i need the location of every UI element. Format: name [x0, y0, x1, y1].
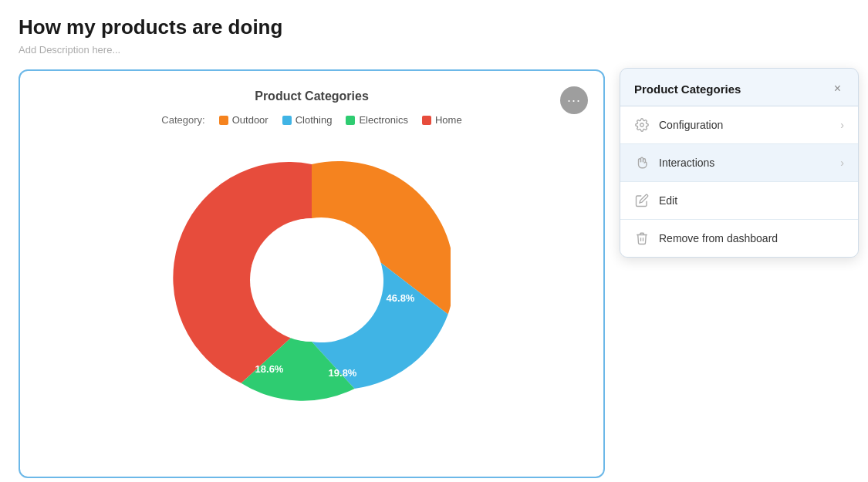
legend-label-electronics: Electronics [359, 114, 408, 126]
chevron-right-icon-interactions: › [840, 157, 844, 169]
label-electronics: 18.6% [255, 363, 284, 375]
donut-chart-container: 46.8% 19.8% 18.6% 14.8% [39, 141, 585, 419]
dropdown-close-button[interactable]: × [831, 81, 844, 96]
dropdown-label-edit: Edit [659, 194, 677, 207]
label-home: 14.8% [252, 261, 280, 273]
page-title: How my products are doing [19, 15, 849, 39]
dropdown-label-interactions: Interactions [659, 157, 714, 169]
hand-icon [634, 155, 650, 170]
page-subtitle: Add Description here... [19, 44, 849, 56]
donut-chart: 46.8% 19.8% 18.6% 14.8% [173, 141, 451, 419]
label-outdoor: 46.8% [387, 292, 415, 304]
label-clothing: 19.8% [329, 367, 357, 379]
dropdown-item-edit[interactable]: Edit [620, 182, 858, 220]
donut-hole [250, 218, 373, 342]
chevron-right-icon: › [840, 119, 844, 131]
dropdown-label-configuration: Configuration [659, 119, 723, 131]
dropdown-title: Product Categories [634, 83, 741, 96]
legend-label-outdoor: Outdoor [232, 114, 269, 126]
dropdown-label-remove: Remove from dashboard [659, 232, 778, 244]
dropdown-item-remove[interactable]: Remove from dashboard [620, 220, 858, 257]
svg-point-0 [640, 123, 644, 127]
legend-label-home: Home [435, 114, 462, 126]
card-title: Product Categories [39, 89, 585, 103]
gear-icon [634, 117, 650, 133]
chart-legend: Category: Outdoor Clothing Electronics H… [39, 114, 585, 126]
pencil-icon [634, 193, 650, 208]
product-categories-card: Product Categories ··· Category: Outdoor… [19, 69, 605, 478]
legend-item-clothing: Clothing [282, 114, 333, 126]
more-options-button[interactable]: ··· [560, 86, 588, 114]
legend-label-clothing: Clothing [296, 114, 333, 126]
legend-dot-home [422, 116, 431, 125]
dropdown-item-interactions[interactable]: Interactions › [620, 144, 858, 182]
dropdown-menu: Product Categories × Configuration › [620, 68, 859, 258]
legend-dot-electronics [346, 116, 355, 125]
legend-item-electronics: Electronics [346, 114, 408, 126]
legend-item-home: Home [422, 114, 462, 126]
legend-dot-clothing [282, 116, 292, 125]
legend-dot-outdoor [219, 116, 228, 125]
dropdown-header: Product Categories × [620, 69, 858, 106]
legend-item-outdoor: Outdoor [219, 114, 269, 126]
trash-icon [634, 231, 650, 246]
legend-prefix: Category: [161, 114, 204, 126]
dropdown-item-configuration[interactable]: Configuration › [620, 106, 858, 144]
